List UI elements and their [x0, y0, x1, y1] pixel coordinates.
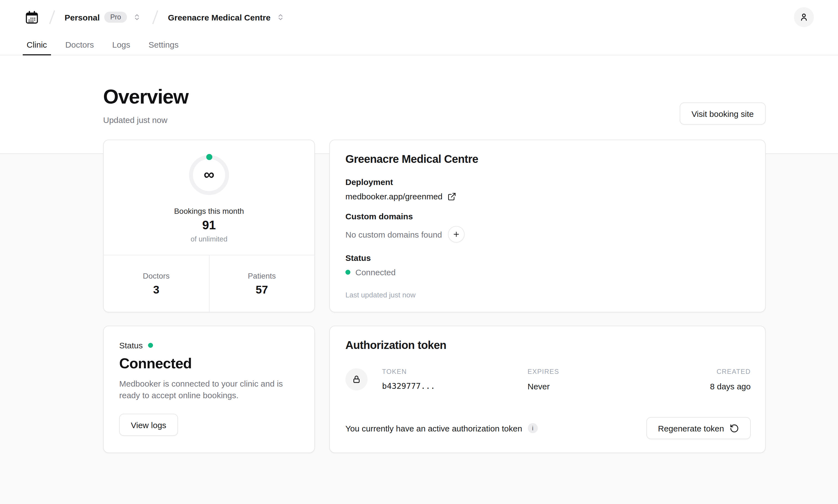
connection-status-card: Status Connected Medbooker is connected … [103, 326, 315, 453]
lock-icon-circle [345, 368, 367, 391]
token-column-label: TOKEN [382, 368, 528, 376]
token-card-title: Authorization token [345, 339, 751, 352]
stat-patients: Patients 57 [209, 255, 314, 312]
person-icon [798, 12, 809, 23]
status-value: Connected [355, 268, 396, 277]
rotate-ccw-icon [730, 424, 739, 433]
user-menu-button[interactable] [794, 7, 814, 27]
connection-status-label: Status [119, 341, 143, 350]
topbar: Personal Pro Greenacre Medical Centre [0, 0, 838, 55]
stat-label: Patients [248, 271, 276, 280]
token-value: b4329777... [382, 382, 528, 391]
app-root: Personal Pro Greenacre Medical Centre [0, 0, 838, 504]
expires-column: EXPIRES Never [528, 368, 654, 391]
chevron-updown-icon [133, 13, 141, 21]
stat-value: 57 [256, 283, 268, 296]
status-field: Status Connected [345, 253, 750, 277]
team-name: Personal [65, 13, 100, 22]
tab-doctors[interactable]: Doctors [59, 34, 99, 55]
token-row: TOKEN b4329777... EXPIRES Never CREATED … [345, 368, 751, 391]
calendar-icon [24, 10, 39, 25]
project-switcher-button[interactable] [275, 11, 286, 24]
custom-domains-empty-text: No custom domains found [345, 230, 442, 239]
usage-card: ∞ Bookings this month 91 of unlimited Do… [103, 140, 315, 312]
token-footer-text: You currently have an active authorizati… [345, 424, 522, 433]
tab-settings[interactable]: Settings [143, 34, 184, 55]
tab-logs[interactable]: Logs [107, 34, 136, 55]
hero-text: Overview Updated just now [103, 85, 188, 125]
usage-ring: ∞ [189, 155, 229, 195]
clinic-card: Greenacre Medical Centre Deployment medb… [329, 140, 766, 312]
breadcrumb-project: Greenacre Medical Centre [168, 11, 286, 24]
deployment-link[interactable]: medbooker.app/greenmed [345, 192, 750, 201]
tab-clinic[interactable]: Clinic [21, 34, 52, 55]
token-footer-note: You currently have an active authorizati… [345, 423, 538, 433]
stat-doctors: Doctors 3 [104, 255, 209, 312]
content-section: ∞ Bookings this month 91 of unlimited Do… [0, 154, 838, 504]
view-logs-button[interactable]: View logs [119, 414, 178, 436]
hero-section: Overview Updated just now Visit booking … [0, 55, 838, 154]
status-row: Connected [345, 268, 750, 277]
status-label: Status [345, 253, 750, 263]
plan-badge: Pro [104, 12, 127, 23]
custom-domains-row: No custom domains found [345, 226, 750, 242]
breadcrumb-team: Personal Pro [65, 11, 143, 24]
topbar-row: Personal Pro Greenacre Medical Centre [0, 0, 838, 34]
expires-value: Never [528, 382, 654, 391]
add-domain-button[interactable] [448, 226, 465, 242]
deployment-url: medbooker.app/greenmed [345, 192, 442, 201]
updated-timestamp: Updated just now [103, 115, 188, 125]
usage-ring-dot [206, 154, 212, 160]
token-footer: You currently have an active authorizati… [345, 417, 751, 439]
stat-label: Doctors [143, 271, 169, 280]
created-column: CREATED 8 days ago [654, 368, 751, 391]
connection-label-row: Status [119, 341, 153, 350]
authorization-token-card: Authorization token TOKEN [329, 326, 766, 453]
plus-icon [453, 230, 460, 238]
info-icon[interactable]: i [528, 423, 538, 433]
project-name: Greenacre Medical Centre [168, 13, 271, 22]
deployment-label: Deployment [345, 177, 750, 187]
created-column-label: CREATED [654, 368, 751, 376]
expires-column-label: EXPIRES [528, 368, 654, 376]
token-columns: TOKEN b4329777... EXPIRES Never CREATED … [382, 368, 751, 391]
regenerate-token-button[interactable]: Regenerate token [646, 417, 751, 439]
usage-gauge-block: ∞ Bookings this month 91 of unlimited [104, 140, 314, 255]
last-updated-text: Last updated just now [345, 291, 750, 299]
lock-icon [352, 374, 361, 384]
visit-booking-site-button[interactable]: Visit booking site [680, 103, 765, 125]
team-switcher-button[interactable] [132, 11, 143, 24]
stat-value: 3 [153, 283, 159, 296]
infinity-icon: ∞ [204, 167, 215, 182]
regenerate-token-label: Regenerate token [658, 424, 724, 433]
cards-grid: ∞ Bookings this month 91 of unlimited Do… [103, 140, 838, 453]
usage-metric-value: 91 [202, 218, 216, 233]
connection-status-description: Medbooker is connected to your clinic an… [119, 378, 299, 401]
breadcrumb-divider [49, 10, 55, 24]
external-link-icon [447, 192, 456, 201]
custom-domains-label: Custom domains [345, 212, 750, 221]
breadcrumb-divider [152, 10, 158, 24]
app-logo-button[interactable] [24, 10, 39, 25]
created-value: 8 days ago [654, 382, 751, 391]
chevron-updown-icon [277, 13, 285, 21]
deployment-field: Deployment medbooker.app/greenmed [345, 177, 750, 201]
usage-stats-row: Doctors 3 Patients 57 [104, 255, 314, 312]
usage-metric-label: Bookings this month [174, 206, 244, 215]
custom-domains-field: Custom domains No custom domains found [345, 212, 750, 242]
page-title: Overview [103, 85, 188, 109]
connection-status-dot [148, 343, 153, 348]
usage-metric-limit: of unlimited [191, 235, 227, 243]
clinic-card-title: Greenacre Medical Centre [345, 153, 750, 166]
token-column: TOKEN b4329777... [382, 368, 528, 391]
status-dot [345, 270, 350, 275]
connection-status-title: Connected [119, 355, 192, 372]
tab-bar: Clinic Doctors Logs Settings [0, 34, 838, 55]
